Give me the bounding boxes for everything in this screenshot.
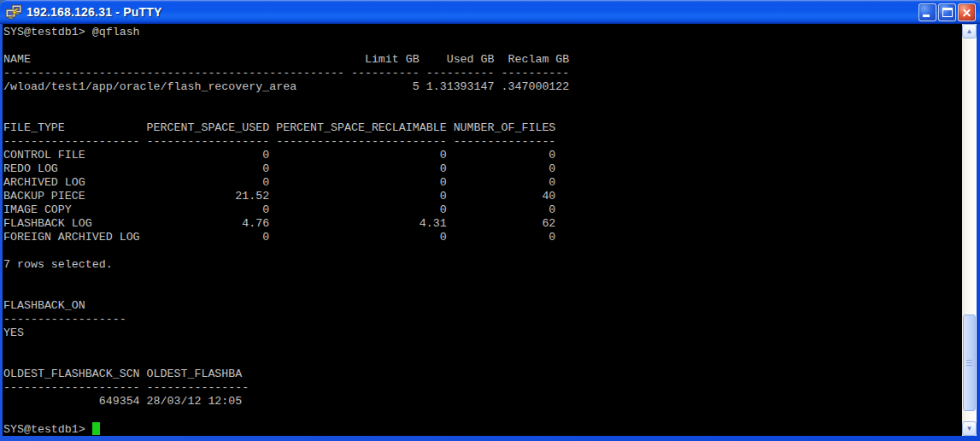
- terminal-line: [3, 340, 962, 354]
- title-bar[interactable]: 192.168.126.31 - PuTTY: [0, 0, 980, 24]
- scroll-up-icon: ▲: [966, 28, 973, 35]
- terminal-line: ARCHIVED LOG 0 0 0: [3, 176, 962, 190]
- shell-prompt: SYS@testdb1>: [3, 423, 92, 436]
- prompt-row: SYS@testdb1>: [3, 422, 962, 436]
- window-controls: [918, 3, 976, 21]
- terminal-line: SYS@testdb1> @qflash: [3, 26, 962, 39]
- scroll-up-button[interactable]: ▲: [962, 24, 977, 38]
- terminal-line: IMAGE COPY 0 0 0: [3, 203, 962, 217]
- terminal-line: [3, 94, 962, 108]
- terminal-screen[interactable]: SYS@testdb1> @qflashNAME Limit GB Used G…: [3, 24, 962, 436]
- terminal-line: FLASHBACK_ON: [3, 299, 962, 313]
- terminal-line: 7 rows selected.: [3, 258, 962, 272]
- terminal-line: -------------------- ------------------ …: [3, 135, 962, 149]
- scrollbar-track[interactable]: [962, 38, 977, 421]
- scrollbar[interactable]: ▲ ▼: [962, 24, 977, 436]
- terminal-line: -------------------- ---------------: [3, 381, 962, 395]
- maximize-button[interactable]: [938, 3, 956, 21]
- window-body: SYS@testdb1> @qflashNAME Limit GB Used G…: [0, 24, 980, 441]
- terminal-line: NAME Limit GB Used GB Reclam GB: [3, 53, 962, 67]
- terminal-line: [3, 108, 962, 121]
- scroll-down-button[interactable]: ▼: [962, 421, 977, 436]
- terminal-line: /wload/test1/app/oracle/flash_recovery_a…: [3, 80, 962, 94]
- terminal-line: OLDEST_FLASHBACK_SCN OLDEST_FLASHBA: [3, 368, 962, 381]
- terminal-line: 649354 28/03/12 12:05: [3, 395, 962, 409]
- terminal-line: FLASHBACK LOG 4.76 4.31 62: [3, 217, 962, 231]
- terminal-line: [3, 244, 962, 258]
- terminal-line: [3, 272, 962, 285]
- terminal-line: [3, 285, 962, 299]
- putty-window: 192.168.126.31 - PuTTY SYS@testdb1> @qfl…: [0, 0, 980, 441]
- terminal-line: [3, 354, 962, 368]
- terminal-line: YES: [3, 326, 962, 340]
- terminal-line: ------------------: [3, 313, 962, 326]
- scrollbar-thumb[interactable]: [963, 315, 976, 411]
- terminal-line: ----------------------------------------…: [3, 67, 962, 80]
- terminal-cursor: [92, 422, 100, 435]
- terminal-line: FOREIGN ARCHIVED LOG 0 0 0: [3, 231, 962, 244]
- terminal-line: REDO LOG 0 0 0: [3, 162, 962, 176]
- close-button[interactable]: [958, 3, 976, 21]
- terminal-line: FILE_TYPE PERCENT_SPACE_USED PERCENT_SPA…: [3, 121, 962, 135]
- scroll-down-icon: ▼: [966, 426, 973, 432]
- terminal-output: SYS@testdb1> @qflashNAME Limit GB Used G…: [3, 26, 962, 422]
- putty-app-icon[interactable]: [5, 4, 22, 20]
- window-title: 192.168.126.31 - PuTTY: [26, 5, 918, 19]
- terminal-line: CONTROL FILE 0 0 0: [3, 149, 962, 162]
- terminal-line: [3, 409, 962, 422]
- terminal-line: BACKUP PIECE 21.52 0 40: [3, 190, 962, 203]
- minimize-button[interactable]: [918, 3, 936, 21]
- terminal-line: [3, 39, 962, 53]
